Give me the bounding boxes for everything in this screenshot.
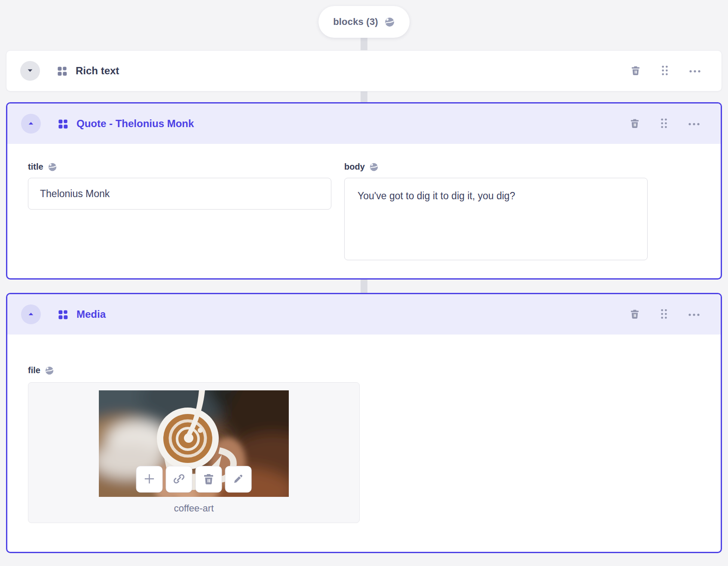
field-title-label: title xyxy=(28,162,43,172)
media-thumbnail[interactable] xyxy=(99,390,289,497)
drag-handle-icon xyxy=(660,118,668,130)
asset-filename: coffee-art xyxy=(174,503,214,514)
caret-up-icon xyxy=(26,119,36,129)
ellipsis-icon xyxy=(688,121,700,127)
field-file-label: file xyxy=(28,365,40,375)
collapse-button[interactable] xyxy=(21,304,41,324)
block-header-rich-text[interactable]: Rich text xyxy=(6,51,722,91)
trash-icon xyxy=(630,65,641,77)
field-title: title xyxy=(28,162,331,262)
trash-icon xyxy=(630,309,640,320)
block-title: Media xyxy=(76,308,106,320)
block-card-quote: Quote - Thelonius Monk title xyxy=(6,102,722,280)
block-header-quote[interactable]: Quote - Thelonius Monk xyxy=(7,103,721,144)
block-card-rich-text: Rich text xyxy=(6,50,722,91)
media-action-toolbar xyxy=(136,466,252,493)
field-body-label: body xyxy=(344,162,365,172)
globe-icon xyxy=(369,162,379,172)
ellipsis-icon xyxy=(688,311,700,318)
trash-icon xyxy=(630,118,640,130)
pencil-icon xyxy=(232,473,245,486)
globe-icon xyxy=(48,162,57,172)
expand-button[interactable] xyxy=(20,61,40,81)
field-body: body You've got to dig it to dig it, you… xyxy=(344,162,648,262)
block-card-media: Media file xyxy=(6,293,722,553)
body-textarea[interactable]: You've got to dig it to dig it, you dig? xyxy=(344,178,648,260)
ellipsis-icon xyxy=(689,68,701,74)
more-options-button[interactable] xyxy=(687,66,703,76)
delete-block-button[interactable] xyxy=(628,116,642,131)
trash-icon xyxy=(203,473,215,486)
blocks-icon xyxy=(57,118,69,130)
collapse-button[interactable] xyxy=(21,114,41,134)
more-options-button[interactable] xyxy=(686,119,702,129)
drag-handle-icon xyxy=(661,65,669,77)
drag-handle-icon xyxy=(660,308,668,321)
block-title: Rich text xyxy=(76,65,119,77)
globe-icon xyxy=(45,366,54,375)
block-header-media[interactable]: Media xyxy=(7,294,721,335)
drag-handle[interactable] xyxy=(658,116,670,132)
more-options-button[interactable] xyxy=(686,310,702,320)
file-preview-box: coffee-art xyxy=(28,382,360,523)
drag-handle[interactable] xyxy=(659,63,671,79)
link-icon xyxy=(173,472,186,487)
delete-asset-button[interactable] xyxy=(196,466,222,493)
delete-block-button[interactable] xyxy=(629,64,642,79)
caret-down-icon xyxy=(25,66,35,76)
blocks-field-label: blocks (3) xyxy=(333,16,378,27)
link-asset-button[interactable] xyxy=(166,466,193,493)
globe-icon xyxy=(384,17,395,27)
block-title: Quote - Thelonius Monk xyxy=(76,118,194,130)
blocks-field-pill[interactable]: blocks (3) xyxy=(318,6,410,38)
edit-asset-button[interactable] xyxy=(225,466,252,493)
drag-handle[interactable] xyxy=(658,307,670,323)
blocks-icon xyxy=(57,309,69,320)
caret-up-icon xyxy=(26,309,36,320)
title-input[interactable] xyxy=(28,178,331,210)
add-asset-button[interactable] xyxy=(136,466,163,493)
blocks-icon xyxy=(56,65,68,77)
delete-block-button[interactable] xyxy=(628,307,642,322)
plus-icon xyxy=(143,472,156,487)
